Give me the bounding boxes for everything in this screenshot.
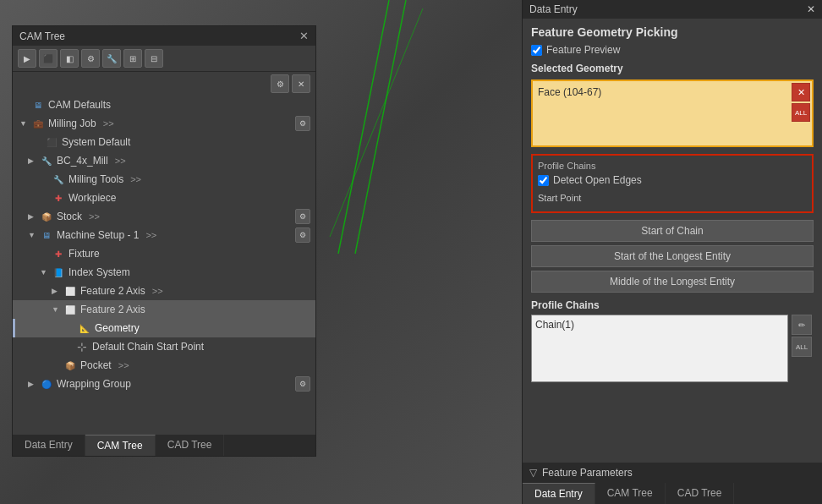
toolbar-btn-6[interactable]: ⊞ <box>123 49 142 68</box>
workpiece-icon: ✚ <box>52 191 65 205</box>
tab-cam-tree-left[interactable]: CAM Tree <box>85 435 156 456</box>
pocket-icon: 📦 <box>63 359 77 372</box>
bc4x-icon: 🔧 <box>40 154 53 167</box>
de-scroll-content: Feature Geometry Picking Feature Preview… <box>523 19 822 463</box>
tree-item-mill-tools[interactable]: 🔧 Milling Tools >> <box>13 170 315 189</box>
btn-middle-longest[interactable]: Middle of the Longest Entity <box>531 271 814 293</box>
tree-item-workpiece[interactable]: ✚ Workpiece <box>13 189 315 207</box>
feature2a-badge: >> <box>150 286 163 296</box>
machine-action[interactable]: ⚙ <box>295 227 310 243</box>
toolbar-btn-4[interactable]: ⚙ <box>81 49 100 68</box>
toolbar-btn-3[interactable]: ◧ <box>60 49 79 68</box>
toolbar-btn-5[interactable]: 🔧 <box>102 49 121 68</box>
tab-cam-tree-right[interactable]: CAM Tree <box>595 483 666 504</box>
tree-item-feature2a[interactable]: ▶ ⬜ Feature 2 Axis >> <box>13 282 315 300</box>
tab-cad-tree-right[interactable]: CAD Tree <box>666 483 735 504</box>
machine-icon: 🖥 <box>40 228 53 242</box>
wrap-label: Wrapping Group <box>57 378 131 390</box>
geometry-icon: 📐 <box>78 321 91 335</box>
tree-item-index-system[interactable]: ▼ 📘 Index System <box>13 263 315 282</box>
stock-label: Stock <box>57 211 82 222</box>
tree-item-bc4x[interactable]: ▶ 🔧 BC_4x_Mill >> <box>13 151 315 170</box>
bc4x-label: BC_4x_Mill <box>57 155 108 167</box>
workpiece-label: Workpiece <box>68 192 116 204</box>
tree-item-cam-defaults[interactable]: 🖥 CAM Defaults <box>13 96 315 114</box>
tree-action-btn-2[interactable]: ✕ <box>292 74 310 93</box>
detect-open-edges-label: Detect Open Edges <box>553 174 642 186</box>
tree-item-feature2b[interactable]: ▼ ⬜ Feature 2 Axis <box>13 300 315 319</box>
chain-edit-btn[interactable]: ✏ <box>792 315 812 335</box>
bc4x-badge: >> <box>112 156 126 166</box>
de-section-title: Feature Geometry Picking <box>531 25 814 39</box>
tree-item-milling-job[interactable]: ▼ 💼 Milling Job >> ⚙ <box>13 114 315 133</box>
tree-item-stock[interactable]: ▶ 📦 Stock >> ⚙ <box>13 207 315 226</box>
feature-preview-row: Feature Preview <box>531 44 814 56</box>
feature-params-bar[interactable]: ▽ Feature Parameters <box>523 463 822 483</box>
tab-data-entry-left[interactable]: Data Entry <box>13 435 85 456</box>
tree-item-chain-start[interactable]: ⊹ Default Chain Start Point <box>13 337 315 356</box>
btn-start-of-chain[interactable]: Start of Chain <box>531 220 814 242</box>
mill-tools-label: Milling Tools <box>68 173 123 185</box>
data-entry-panel: Data Entry ✕ Feature Geometry Picking Fe… <box>522 0 822 504</box>
chains-header: Profile Chains <box>531 299 814 311</box>
profile-chains-section: Profile Chains Detect Open Edges Start P… <box>531 154 814 213</box>
btn-start-longest[interactable]: Start of the Longest Entity <box>531 245 814 267</box>
de-panel-tabs: Data Entry CAM Tree CAD Tree <box>523 483 822 504</box>
tab-cad-tree-left[interactable]: CAD Tree <box>156 435 225 456</box>
tree-item-geometry[interactable]: 📐 Geometry <box>13 319 315 337</box>
fixture-label: Fixture <box>68 248 100 260</box>
tree-item-sys-default[interactable]: ⬛ System Default <box>13 133 315 151</box>
wrap-action[interactable]: ⚙ <box>295 376 310 392</box>
geometry-label: Geometry <box>95 322 140 334</box>
index-label: Index System <box>68 266 130 278</box>
milling-job-label: Milling Job <box>48 118 96 129</box>
toolbar-btn-1[interactable]: ▶ <box>18 49 36 68</box>
sys-default-label: System Default <box>62 136 130 148</box>
feature2a-icon: ⬜ <box>63 284 77 298</box>
cam-defaults-label: CAM Defaults <box>48 99 111 111</box>
pocket-badge: >> <box>116 360 129 370</box>
mill-tools-icon: 🔧 <box>52 173 65 186</box>
de-titlebar: Data Entry ✕ <box>523 0 822 19</box>
selected-geo-box: Face (104-67) ✕ ALL <box>531 79 814 147</box>
chain-start-label: Default Chain Start Point <box>92 341 204 353</box>
detect-open-edges-checkbox[interactable] <box>538 175 549 186</box>
chains-box: Chain(1) <box>531 315 788 382</box>
chain-all-btn[interactable]: ALL <box>792 337 812 357</box>
tree-item-pocket[interactable]: 📦 Pocket >> <box>13 356 315 375</box>
feature-preview-label: Feature Preview <box>546 44 620 56</box>
cam-tree-title: CAM Tree <box>19 30 65 42</box>
geo-clear-btn[interactable]: ✕ <box>792 83 810 101</box>
geo-all-btn[interactable]: ALL <box>792 103 810 122</box>
tab-data-entry-right[interactable]: Data Entry <box>523 483 595 504</box>
tree-action-btn-1[interactable]: ⚙ <box>271 74 289 93</box>
feature-params-text: Feature Parameters <box>542 467 633 479</box>
cam-tree-close[interactable]: ✕ <box>299 30 309 42</box>
milling-job-action[interactable]: ⚙ <box>295 116 310 131</box>
feature2a-label: Feature 2 Axis <box>80 285 145 297</box>
mill-tools-badge: >> <box>128 174 141 184</box>
toolbar-btn-7[interactable]: ⊟ <box>145 49 163 68</box>
de-close[interactable]: ✕ <box>807 3 815 15</box>
profile-chains-label: Profile Chains <box>538 161 807 171</box>
feature-preview-checkbox[interactable] <box>531 45 542 56</box>
milling-job-badge: >> <box>101 118 114 129</box>
cam-tree-content: ⚙ ✕ 🖥 CAM Defaults ▼ 💼 Milling Job >> ⚙ … <box>13 72 315 435</box>
tree-top-actions: ⚙ ✕ <box>13 72 315 96</box>
machine-label: Machine Setup - 1 <box>57 229 139 241</box>
detect-open-edges-row: Detect Open Edges <box>538 174 807 186</box>
feature2b-label: Feature 2 Axis <box>80 304 145 315</box>
selected-geo-header: Selected Geometry <box>531 63 814 74</box>
toolbar-btn-2[interactable]: ⬛ <box>39 49 58 68</box>
tree-item-machine-setup[interactable]: ▼ 🖥 Machine Setup - 1 >> ⚙ <box>13 226 315 244</box>
fixture-icon: ✚ <box>52 247 65 260</box>
tree-item-fixture[interactable]: ✚ Fixture <box>13 244 315 263</box>
stock-badge: >> <box>86 211 100 222</box>
cam-defaults-icon: 🖥 <box>31 98 45 112</box>
stock-action[interactable]: ⚙ <box>295 209 310 224</box>
cam-tree-titlebar: CAM Tree ✕ <box>13 26 315 46</box>
chain-start-icon: ⊹ <box>75 340 89 353</box>
wrap-icon: 🔵 <box>40 377 53 391</box>
cam-tree-toolbar: ▶ ⬛ ◧ ⚙ 🔧 ⊞ ⊟ <box>13 46 315 72</box>
tree-item-wrap-group[interactable]: ▶ 🔵 Wrapping Group ⚙ <box>13 375 315 393</box>
